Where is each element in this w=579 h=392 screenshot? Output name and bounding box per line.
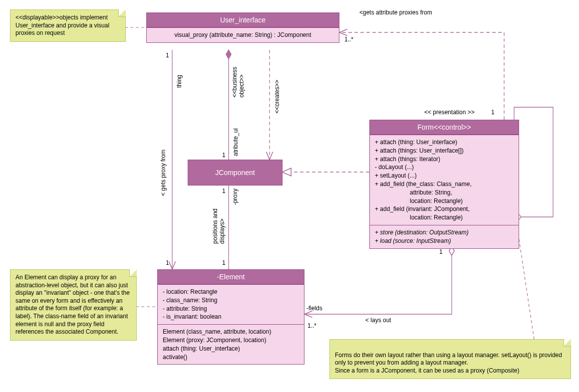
label-multiplicity: 1..* — [307, 322, 316, 329]
label-lays-out: < lays out — [365, 317, 391, 324]
label-multiplicity: 1 — [491, 109, 495, 116]
label-multiplicity: 1 — [166, 259, 169, 266]
label-business-object: <<business object>> — [231, 67, 245, 97]
class-title: User_interface — [147, 13, 339, 27]
class-operations: + attach (thing: User_interface) + attac… — [370, 135, 519, 225]
note-text: Forms do their own layout rather than us… — [335, 352, 562, 374]
note-text: <<displayable>>objects implement User_in… — [15, 14, 109, 36]
class-jcomponent: JComponent — [188, 160, 283, 186]
note-displayable: <<displayable>>objects implement User_in… — [10, 9, 126, 42]
label-gets-proxy-from: < gets proxy from — [160, 150, 167, 196]
label-proxy: -proxy — [232, 189, 239, 205]
label-creates: <<creates>> — [274, 80, 281, 113]
label-multiplicity: 1 — [222, 152, 226, 159]
class-title: Form<<control>> — [370, 120, 519, 135]
class-operations: Element (class_name, attribute, location… — [158, 324, 304, 364]
label-thing: thing — [176, 75, 183, 88]
note-element: An Element can display a proxy for an ab… — [10, 269, 137, 341]
label-presentation: << presentation >> — [424, 109, 475, 116]
class-operations-italic: + store (destination: OutputStream) + lo… — [370, 225, 519, 248]
class-title: JComponent — [215, 169, 255, 177]
class-attributes: - location: Rectangle - class_name: Stri… — [158, 284, 304, 324]
label-positions-displays: positions and displays> — [212, 208, 226, 244]
class-element: -Element - location: Rectangle - class_n… — [157, 269, 304, 365]
class-form: Form<<control>> + attach (thing: User_in… — [369, 120, 519, 249]
note-text: An Element can display a proxy for an ab… — [15, 274, 130, 335]
label-multiplicity: 1 — [222, 188, 226, 195]
class-title: -Element — [158, 270, 304, 284]
label-gets-attr-proxies: <gets attribute proxies from — [359, 9, 432, 16]
label-atribute-ui: atribute_ui — [232, 128, 239, 156]
label-multiplicity: 1 — [166, 52, 169, 59]
label-multiplicity: 1 — [222, 259, 226, 266]
label-fields: -fields — [306, 305, 322, 312]
uml-canvas: <<displayable>>objects implement User_in… — [0, 0, 579, 392]
label-multiplicity: 1 — [439, 248, 443, 255]
note-form: Forms do their own layout rather than us… — [329, 339, 571, 379]
label-multiplicity: 1..* — [344, 36, 353, 43]
class-operations: visual_proxy (attribute_name: String) : … — [147, 27, 339, 42]
class-user-interface: User_interface visual_proxy (attribute_n… — [146, 12, 339, 43]
